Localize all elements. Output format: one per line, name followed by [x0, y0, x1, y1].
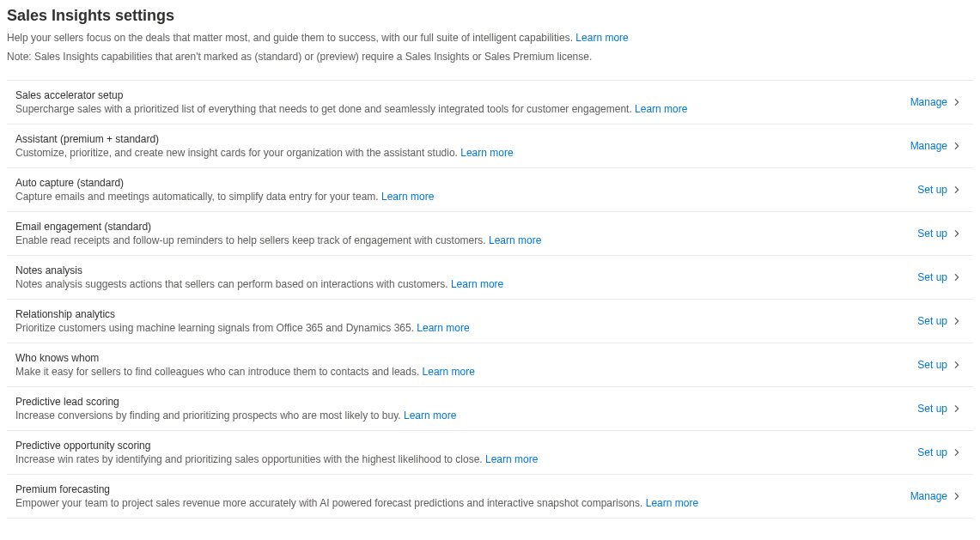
- setting-left: Assistant (premium + standard)Customize,…: [15, 133, 910, 159]
- action-label: Set up: [917, 184, 947, 196]
- set-up-button[interactable]: Set up: [917, 359, 965, 371]
- setting-description: Increase win rates by identifying and pr…: [15, 453, 900, 465]
- setting-title: Auto capture (standard): [15, 177, 900, 189]
- setting-title: Email engagement (standard): [15, 221, 900, 233]
- setting-learn-more-link[interactable]: Learn more: [404, 410, 456, 422]
- setting-left: Auto capture (standard)Capture emails an…: [15, 177, 917, 203]
- setting-learn-more-link[interactable]: Learn more: [381, 191, 434, 203]
- setting-learn-more-link[interactable]: Learn more: [646, 497, 698, 509]
- setting-title: Notes analysis: [15, 264, 900, 276]
- setting-description-text: Increase win rates by identifying and pr…: [15, 453, 485, 465]
- setting-row[interactable]: Assistant (premium + standard)Customize,…: [7, 124, 973, 168]
- settings-list: Sales accelerator setupSupercharge sales…: [7, 80, 973, 519]
- set-up-button[interactable]: Set up: [917, 315, 965, 327]
- action-label: Manage: [910, 490, 947, 502]
- page-header: Sales Insights settings Help your seller…: [7, 7, 973, 63]
- setting-left: Predictive lead scoringIncrease conversi…: [15, 396, 917, 422]
- setting-row[interactable]: Relationship analyticsPrioritize custome…: [7, 300, 973, 343]
- setting-learn-more-link[interactable]: Learn more: [485, 453, 538, 465]
- setting-description: Empower your team to project sales reven…: [15, 497, 893, 509]
- action-label: Set up: [917, 315, 947, 327]
- setting-description: Make it easy for sellers to find colleag…: [15, 366, 900, 378]
- setting-learn-more-link[interactable]: Learn more: [460, 147, 513, 159]
- action-label: Set up: [917, 271, 947, 283]
- setting-description-text: Capture emails and meetings automaticall…: [15, 191, 381, 203]
- setting-description-text: Increase conversions by finding and prio…: [15, 410, 404, 422]
- setting-learn-more-link[interactable]: Learn more: [451, 278, 503, 290]
- setting-learn-more-link[interactable]: Learn more: [423, 366, 475, 378]
- setting-description: Enable read receipts and follow-up remin…: [15, 234, 900, 246]
- set-up-button[interactable]: Set up: [917, 446, 965, 458]
- setting-description: Customize, prioritize, and create new in…: [15, 147, 893, 159]
- header-learn-more-link[interactable]: Learn more: [575, 32, 628, 44]
- chevron-right-icon: [953, 317, 961, 325]
- chevron-right-icon: [953, 98, 961, 106]
- setting-row[interactable]: Who knows whomMake it easy for sellers t…: [7, 343, 973, 387]
- setting-description-text: Supercharge sales with a prioritized lis…: [15, 103, 635, 115]
- page-subtitle-text: Help your sellers focus on the deals tha…: [7, 32, 573, 44]
- setting-description-text: Prioritize customers using machine learn…: [15, 322, 417, 334]
- setting-title: Predictive lead scoring: [15, 396, 900, 408]
- setting-left: Predictive opportunity scoringIncrease w…: [15, 440, 917, 465]
- action-label: Set up: [917, 403, 947, 415]
- setting-description: Supercharge sales with a prioritized lis…: [15, 103, 893, 115]
- page-title: Sales Insights settings: [7, 7, 973, 25]
- setting-title: Relationship analytics: [15, 308, 900, 320]
- chevron-right-icon: [953, 404, 961, 413]
- page-subtitle: Help your sellers focus on the deals tha…: [7, 32, 973, 44]
- action-label: Set up: [917, 359, 947, 371]
- setting-title: Assistant (premium + standard): [15, 133, 893, 145]
- page-note: Note: Sales Insights capabilities that a…: [7, 51, 973, 63]
- setting-learn-more-link[interactable]: Learn more: [489, 234, 541, 246]
- set-up-button[interactable]: Set up: [917, 228, 965, 240]
- set-up-button[interactable]: Set up: [917, 271, 965, 283]
- manage-button[interactable]: Manage: [910, 96, 965, 108]
- setting-description: Prioritize customers using machine learn…: [15, 322, 900, 334]
- setting-left: Who knows whomMake it easy for sellers t…: [15, 352, 917, 378]
- setting-description-text: Notes analysis suggests actions that sel…: [15, 278, 451, 290]
- set-up-button[interactable]: Set up: [917, 403, 965, 415]
- action-label: Manage: [910, 96, 947, 108]
- chevron-right-icon: [953, 448, 961, 457]
- setting-left: Notes analysisNotes analysis suggests ac…: [15, 264, 917, 290]
- chevron-right-icon: [953, 185, 961, 194]
- manage-button[interactable]: Manage: [910, 490, 965, 502]
- setting-title: Premium forecasting: [15, 483, 893, 495]
- manage-button[interactable]: Manage: [910, 140, 965, 152]
- setting-title: Who knows whom: [15, 352, 900, 364]
- setting-row[interactable]: Sales accelerator setupSupercharge sales…: [7, 81, 973, 124]
- setting-row[interactable]: Notes analysisNotes analysis suggests ac…: [7, 256, 973, 300]
- chevron-right-icon: [953, 229, 961, 238]
- set-up-button[interactable]: Set up: [917, 184, 965, 196]
- setting-row[interactable]: Premium forecastingEmpower your team to …: [7, 475, 973, 519]
- setting-description: Increase conversions by finding and prio…: [15, 410, 900, 422]
- setting-left: Premium forecastingEmpower your team to …: [15, 483, 910, 509]
- setting-description: Capture emails and meetings automaticall…: [15, 191, 900, 203]
- setting-left: Sales accelerator setupSupercharge sales…: [15, 89, 910, 115]
- setting-description-text: Empower your team to project sales reven…: [15, 497, 646, 509]
- chevron-right-icon: [953, 492, 961, 501]
- setting-left: Email engagement (standard)Enable read r…: [15, 221, 917, 246]
- setting-row[interactable]: Predictive lead scoringIncrease conversi…: [7, 387, 973, 431]
- setting-row[interactable]: Auto capture (standard)Capture emails an…: [7, 168, 973, 212]
- setting-title: Sales accelerator setup: [15, 89, 893, 101]
- setting-row[interactable]: Predictive opportunity scoringIncrease w…: [7, 431, 973, 475]
- action-label: Manage: [910, 140, 947, 152]
- setting-learn-more-link[interactable]: Learn more: [417, 322, 469, 334]
- setting-description-text: Enable read receipts and follow-up remin…: [15, 234, 489, 246]
- setting-left: Relationship analyticsPrioritize custome…: [15, 308, 917, 334]
- setting-title: Predictive opportunity scoring: [15, 440, 900, 452]
- action-label: Set up: [917, 446, 947, 458]
- setting-row[interactable]: Email engagement (standard)Enable read r…: [7, 212, 973, 256]
- setting-learn-more-link[interactable]: Learn more: [635, 103, 687, 115]
- setting-description: Notes analysis suggests actions that sel…: [15, 278, 900, 290]
- chevron-right-icon: [953, 142, 961, 150]
- action-label: Set up: [917, 228, 947, 240]
- setting-description-text: Customize, prioritize, and create new in…: [15, 147, 460, 159]
- chevron-right-icon: [953, 361, 961, 369]
- setting-description-text: Make it easy for sellers to find colleag…: [15, 366, 423, 378]
- chevron-right-icon: [953, 273, 961, 282]
